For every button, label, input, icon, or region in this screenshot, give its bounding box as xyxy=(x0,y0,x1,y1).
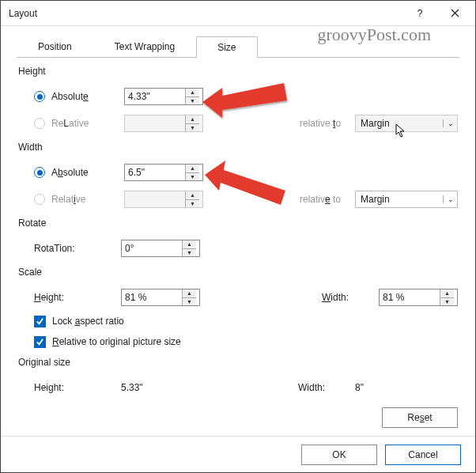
tabstrip: Position Text Wrapping Size xyxy=(17,36,475,57)
scale-height-input[interactable] xyxy=(122,289,182,305)
height-relative-to-label: relative to xyxy=(300,118,355,129)
scale-width-spinner[interactable]: ▲▼ xyxy=(379,289,458,306)
width-relative-to-label: relative to xyxy=(300,194,355,205)
orig-height-label: Height: xyxy=(34,382,121,393)
relative-original-label: Relative to original picture size xyxy=(52,336,181,347)
help-button[interactable]: ? xyxy=(402,2,437,25)
height-relative-input xyxy=(125,115,185,131)
width-relative-spinner: ▲▼ xyxy=(124,191,203,208)
group-scale: Scale xyxy=(18,267,458,278)
height-relative-label: ReLative xyxy=(51,118,124,129)
height-relative-spinner: ▲▼ xyxy=(124,115,203,132)
reset-button[interactable]: Reset xyxy=(382,407,458,428)
width-relative-input xyxy=(125,191,185,207)
scale-height-label: Height: xyxy=(34,292,121,303)
width-absolute-spinner[interactable]: ▲▼ xyxy=(124,164,203,181)
height-relative-radio[interactable] xyxy=(34,118,45,129)
spin-up-icon[interactable]: ▲ xyxy=(186,89,199,96)
group-original-size: Original size xyxy=(18,357,458,368)
cancel-button[interactable]: Cancel xyxy=(385,445,461,465)
tab-text-wrapping[interactable]: Text Wrapping xyxy=(93,36,196,57)
height-absolute-label: Absolute xyxy=(51,91,124,102)
width-relative-label: Relative xyxy=(51,194,124,205)
relative-original-checkbox[interactable] xyxy=(34,336,46,348)
spin-up-icon[interactable]: ▲ xyxy=(186,165,199,172)
width-absolute-label: Absolute xyxy=(51,167,124,178)
orig-width-label: Width: xyxy=(298,382,355,393)
close-button[interactable] xyxy=(437,2,472,25)
height-absolute-spinner[interactable]: ▲▼ xyxy=(124,88,203,105)
tab-position[interactable]: Position xyxy=(17,36,93,57)
group-height: Height xyxy=(18,66,458,77)
spin-down-icon[interactable]: ▼ xyxy=(186,172,199,181)
height-absolute-radio[interactable] xyxy=(34,91,45,102)
lock-aspect-label: Lock aspect ratio xyxy=(52,316,124,327)
width-absolute-radio[interactable] xyxy=(34,167,45,178)
rotation-label: RotaTion: xyxy=(34,243,121,254)
width-relative-radio[interactable] xyxy=(34,194,45,205)
width-relative-to-combo[interactable]: Margin ⌄ xyxy=(355,191,458,208)
dialog-title: Layout xyxy=(9,8,37,19)
close-icon xyxy=(451,9,459,17)
height-absolute-input[interactable] xyxy=(125,89,185,104)
tab-size[interactable]: Size xyxy=(196,36,257,58)
width-absolute-input[interactable] xyxy=(125,165,185,180)
ok-button[interactable]: OK xyxy=(301,445,377,465)
orig-width-value: 8" xyxy=(355,382,458,393)
group-width: Width xyxy=(18,142,458,153)
chevron-down-icon[interactable]: ⌄ xyxy=(443,195,457,203)
lock-aspect-checkbox[interactable] xyxy=(34,316,46,327)
scale-width-input[interactable] xyxy=(380,289,440,305)
spin-down-icon[interactable]: ▼ xyxy=(186,96,199,105)
group-rotate: Rotate xyxy=(18,218,458,229)
chevron-down-icon: ⌄ xyxy=(443,119,457,127)
height-relative-to-combo: Margin ⌄ xyxy=(355,115,458,132)
scale-width-label: Width: xyxy=(322,292,379,303)
orig-height-value: 5.33" xyxy=(121,382,200,393)
rotation-input[interactable] xyxy=(122,240,182,256)
rotation-spinner[interactable]: ▲▼ xyxy=(121,240,200,257)
scale-height-spinner[interactable]: ▲▼ xyxy=(121,289,200,306)
